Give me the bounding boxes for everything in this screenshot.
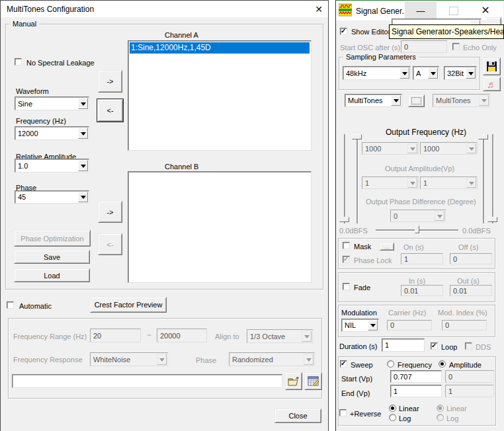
chevron-down-icon[interactable] [399, 67, 409, 79]
fade-checkbox[interactable] [343, 283, 350, 290]
frequency-response-label: Frequency Response [13, 356, 83, 364]
close-icon: ✕ [315, 5, 323, 14]
frequency-label: Frequency (Hz) [16, 117, 66, 125]
sweep-checkbox[interactable] [340, 360, 347, 368]
waveform-label: Waveform [16, 87, 49, 95]
chevron-down-icon[interactable] [78, 160, 88, 171]
balance-slider-thumb[interactable] [415, 225, 419, 233]
phase-lock-checkbox[interactable] [343, 256, 350, 263]
right-outer-slider[interactable] [492, 134, 493, 223]
show-editor-label: Show Editor [351, 28, 390, 36]
right-inner-slider[interactable] [483, 134, 484, 223]
phase-optimization-button[interactable]: Phase Optimization [14, 230, 91, 247]
mod-index-input[interactable]: 0 [442, 320, 487, 331]
remove-from-channel-b-button[interactable]: <- [98, 233, 122, 255]
fade-in-input[interactable]: 0.01 [401, 285, 443, 296]
frequency-range-to-input[interactable]: 20000 [157, 329, 207, 342]
file-path-input[interactable] [12, 374, 282, 388]
sweep-log-radio[interactable] [389, 414, 396, 421]
auto-phase-select[interactable]: Randomized [229, 352, 315, 366]
align-to-select[interactable]: 1/3 Octave [247, 329, 313, 343]
sample-rate-select[interactable]: 48kHz [343, 66, 411, 80]
mask-more-button[interactable]: ... [380, 243, 394, 251]
left-inner-slider[interactable] [357, 134, 358, 223]
sweep-linear-radio[interactable] [389, 405, 396, 412]
waveform-select[interactable]: Sine [15, 97, 89, 110]
sweep-log-b-radio[interactable] [437, 414, 444, 421]
left-inner-slider-thumb[interactable] [352, 134, 362, 139]
frequency-response-select[interactable]: WhiteNoise [90, 352, 168, 366]
channel-b-list[interactable] [128, 171, 312, 283]
minimize-button[interactable]: — [405, 1, 437, 20]
sweep-start-b-input[interactable]: 0 [445, 370, 494, 383]
output-frequency-a-select[interactable]: 1000 [362, 142, 419, 155]
sweep-frequency-radio[interactable] [387, 360, 394, 368]
generator-type-a-select[interactable]: MultiTones [345, 94, 402, 107]
edit-table-button[interactable] [304, 372, 322, 390]
start-osc-input[interactable]: 0 [401, 40, 447, 53]
output-amplitude-a-select[interactable]: 1 [362, 176, 419, 189]
crest-factor-preview-button[interactable]: Crest Factor Preview [90, 297, 167, 313]
remove-from-channel-a-button[interactable]: <- [97, 99, 123, 122]
reverse-checkbox[interactable] [339, 409, 347, 416]
mask-off-label: Off (s) [458, 243, 478, 251]
modulation-select[interactable]: NIL [341, 319, 379, 332]
chevron-down-icon[interactable] [78, 98, 88, 109]
right-inner-slider-thumb[interactable] [478, 134, 488, 139]
fade-out-input[interactable]: 0.01 [450, 285, 492, 296]
generator-type-b-select[interactable]: MultiTones [433, 94, 490, 107]
bit-depth-select[interactable]: 32Bit [444, 66, 477, 80]
channel-select[interactable]: A [413, 66, 439, 80]
channel-a-list[interactable]: 1:Sine,12000Hz,1,45D [128, 40, 312, 151]
chevron-down-icon[interactable] [368, 320, 378, 331]
dialog-close-button[interactable]: ✕ [311, 2, 327, 16]
chevron-down-icon[interactable] [78, 128, 88, 139]
load-button[interactable]: Load [14, 268, 90, 282]
dds-checkbox[interactable] [465, 342, 472, 350]
close-button[interactable]: Close [274, 409, 321, 423]
frequency-select[interactable]: 12000 [15, 126, 89, 140]
start-osc-label: Start OSC after (s) [340, 44, 400, 52]
sweep-end-b-input[interactable]: 1 [445, 385, 494, 397]
fade-label: Fade [354, 284, 370, 292]
left-outer-slider-thumb[interactable] [339, 217, 349, 222]
sweep-end-input[interactable]: 1 [390, 385, 442, 397]
multitones-config-button[interactable] [408, 95, 425, 107]
no-spectral-leakage-checkbox[interactable] [15, 58, 22, 65]
left-outer-slider[interactable] [344, 134, 345, 223]
echo-only-checkbox[interactable] [452, 43, 460, 50]
waveform-app-icon [339, 3, 352, 17]
save-signal-button[interactable] [483, 58, 501, 75]
show-editor-checkbox[interactable] [340, 28, 347, 35]
chevron-down-icon[interactable] [391, 95, 401, 106]
sweep-linear-b-radio[interactable] [437, 405, 444, 412]
sweep-amplitude-radio[interactable] [439, 360, 446, 368]
chevron-down-icon[interactable] [466, 67, 476, 79]
mask-on-input[interactable]: 1 [401, 253, 443, 264]
loop-checkbox[interactable] [431, 342, 438, 350]
relative-amplitude-select[interactable]: 1.0 [15, 159, 89, 173]
mask-checkbox[interactable] [343, 242, 350, 249]
phase-select[interactable]: 45 [15, 190, 89, 204]
output-phase-diff-select[interactable]: 0 [390, 210, 446, 222]
add-to-channel-a-button[interactable]: -> [98, 70, 122, 93]
automatic-checkbox[interactable] [7, 301, 14, 309]
play-signal-button[interactable]: ♬ [483, 77, 501, 91]
echo-only-label: Echo Only [463, 44, 497, 52]
right-outer-slider-thumb[interactable] [487, 217, 497, 222]
chevron-down-icon[interactable] [428, 67, 438, 79]
output-frequency-b-select[interactable]: 1000 [420, 142, 478, 155]
maximize-button[interactable] [439, 1, 468, 20]
left-arrow-icon: <- [106, 106, 113, 114]
list-item-selected[interactable]: 1:Sine,12000Hz,1,45D [130, 42, 310, 54]
sweep-start-input[interactable]: 0.707 [390, 370, 442, 383]
open-file-button[interactable] [285, 372, 302, 390]
carrier-input[interactable]: 0 [387, 320, 432, 331]
add-to-channel-b-button[interactable]: -> [98, 201, 122, 223]
chevron-down-icon[interactable] [78, 192, 88, 202]
frequency-range-from-input[interactable]: 20 [90, 329, 141, 342]
output-amplitude-b-select[interactable]: 1 [420, 176, 478, 189]
save-button[interactable]: Save [14, 250, 90, 264]
duration-input[interactable]: 1 [382, 338, 425, 352]
mask-off-input[interactable]: 0 [450, 253, 492, 264]
